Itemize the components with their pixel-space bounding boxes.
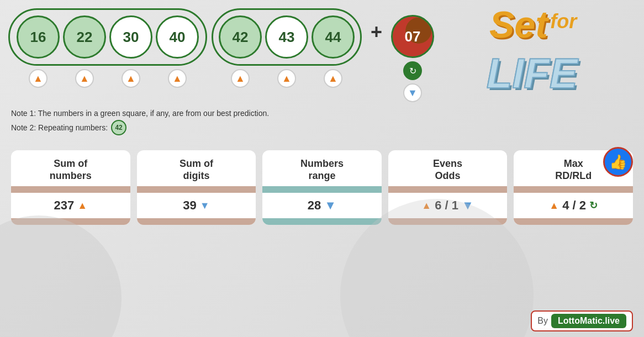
ball-4: 40 <box>156 15 199 59</box>
stat-bar-bottom-numbers-range <box>262 218 382 225</box>
ball-col-4: 40 <box>156 15 199 59</box>
logo-life-text: LIFE <box>487 50 578 97</box>
ball-5: 42 <box>219 15 262 59</box>
stat-value-numbers-range: 28 ▼ <box>303 193 341 218</box>
arrow-down-btn-bonus[interactable]: ▼ <box>403 83 422 102</box>
ball-group-2: 42 43 44 <box>212 8 362 66</box>
arrow-up-icon-7: ▲ <box>328 73 338 85</box>
note-1-text: Note 1: The numbers in a green square, i… <box>11 109 269 118</box>
by-text: By <box>537 316 548 326</box>
brand-badge: LottoMatic.live <box>551 314 626 328</box>
thumbs-up-icon: 👍 <box>609 154 627 171</box>
ball-col-1: 16 <box>17 15 60 59</box>
bonus-ball: 07 <box>391 15 434 58</box>
bonus-refresh-button[interactable]: ↻ <box>403 61 422 80</box>
brand-wrapper: By LottoMatic.live <box>531 310 633 331</box>
logo-for-text: for <box>550 10 577 33</box>
stat-bar-top-sum-numbers <box>11 186 130 193</box>
stat-title-sum-digits: Sum ofdigits <box>175 150 218 186</box>
trend-left-icon-max-rdrl: ▲ <box>549 200 559 212</box>
arrow-up-icon-4: ▲ <box>172 73 182 85</box>
logo-area: Set for LIFE <box>484 3 638 146</box>
arrow-up-btn-2[interactable]: ▲ <box>75 69 94 88</box>
arrow-up-btn-3[interactable]: ▲ <box>122 69 140 88</box>
ball-group-1: 16 22 30 40 <box>8 8 207 66</box>
stat-card-sum-numbers: Sum ofnumbers 237 ▲ <box>11 150 130 225</box>
like-button-container: 👍 <box>603 147 633 177</box>
trend-refresh-icon-max-rdrl: ↻ <box>589 199 598 212</box>
stat-value-sum-digits: 39 ▼ <box>178 193 214 218</box>
arrow-down-icon-bonus: ▼ <box>408 87 418 99</box>
ball-7: 44 <box>312 15 355 59</box>
stat-bar-bottom-max-rdrl <box>514 218 633 225</box>
stat-title-evens-odds: EvensOdds <box>429 150 467 186</box>
trend-icon-sum-digits: ▼ <box>200 200 210 212</box>
arrow-up-icon-2: ▲ <box>80 73 89 85</box>
arrow-up-icon-6: ▲ <box>282 73 292 85</box>
plus-sign: + <box>371 20 382 44</box>
like-button[interactable]: 👍 <box>603 147 633 177</box>
stat-title-sum-numbers: Sum ofnumbers <box>45 150 96 186</box>
stat-title-numbers-range: Numbersrange <box>296 150 348 186</box>
stats-section: Sum ofnumbers 237 ▲ Sum ofdigits 39 ▼ Nu… <box>0 145 644 230</box>
arrow-up-btn-1[interactable]: ▲ <box>29 69 47 88</box>
ball-2: 22 <box>63 15 106 59</box>
stat-bar-top-numbers-range <box>262 186 382 193</box>
logo-set-text: Set <box>489 3 548 45</box>
stat-bar-top-sum-digits <box>137 186 256 193</box>
trend-icon-sum-numbers: ▲ <box>77 200 87 212</box>
refresh-icon: ↻ <box>409 66 416 76</box>
ball-6: 43 <box>265 15 308 59</box>
arrow-up-icon-5: ▲ <box>235 73 245 85</box>
arrow-up-icon-3: ▲ <box>126 73 136 85</box>
stat-value-max-rdrl: ▲ 4 / 2 ↻ <box>545 193 602 218</box>
stat-bar-top-max-rdrl <box>514 186 633 193</box>
stat-bar-bottom-sum-digits <box>137 218 256 225</box>
ball-col-2: 22 <box>63 15 106 59</box>
stat-card-sum-digits: Sum ofdigits 39 ▼ <box>137 150 256 225</box>
ball-1: 16 <box>17 15 60 59</box>
repeating-number-badge: 42 <box>111 120 126 135</box>
bg-decoration-left <box>0 215 122 337</box>
trend-icon-numbers-range: ▼ <box>324 198 336 213</box>
arrow-up-icon-1: ▲ <box>33 73 43 85</box>
arrow-up-btn-6[interactable]: ▲ <box>277 69 296 88</box>
arrow-up-btn-4[interactable]: ▲ <box>168 69 187 88</box>
stat-card-numbers-range: Numbersrange 28 ▼ <box>262 150 382 225</box>
arrow-up-btn-7[interactable]: ▲ <box>324 69 342 88</box>
arrow-up-btn-5[interactable]: ▲ <box>231 69 250 88</box>
footer: By LottoMatic.live <box>531 310 633 331</box>
main-container: 16 22 30 40 <box>0 0 644 337</box>
stat-value-sum-numbers: 237 ▲ <box>50 193 92 218</box>
ball-3: 30 <box>109 15 152 59</box>
stat-bar-top-evens-odds <box>388 186 508 193</box>
ball-col-3: 30 <box>109 15 152 59</box>
note-2-prefix: Note 2: Repeating numbers: <box>11 123 108 132</box>
stat-title-max-rdrl: MaxRD/RLd <box>551 150 596 186</box>
